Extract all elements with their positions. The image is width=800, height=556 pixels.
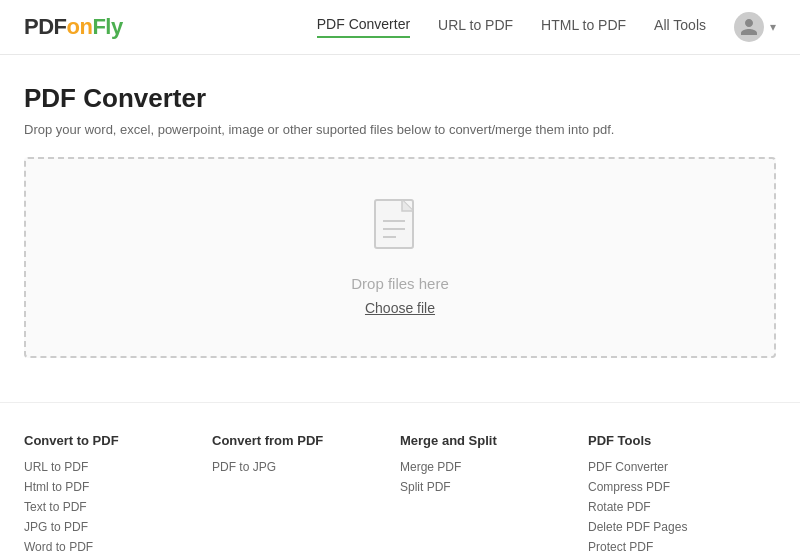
footer-link-2-0[interactable]: Merge PDF [400, 460, 568, 474]
nav-all-tools[interactable]: All Tools [654, 17, 706, 37]
user-icon [739, 17, 759, 37]
footer-link-0-1[interactable]: Html to PDF [24, 480, 192, 494]
page-subtitle: Drop your word, excel, powerpoint, image… [24, 122, 776, 137]
footer-link-3-3[interactable]: Delete PDF Pages [588, 520, 756, 534]
footer-link-3-2[interactable]: Rotate PDF [588, 500, 756, 514]
footer-col-3: PDF ToolsPDF ConverterCompress PDFRotate… [588, 433, 776, 556]
footer-link-0-2[interactable]: Text to PDF [24, 500, 192, 514]
footer-link-2-1[interactable]: Split PDF [400, 480, 568, 494]
chevron-down-icon: ▾ [770, 20, 776, 34]
footer-link-0-4[interactable]: Word to PDF [24, 540, 192, 554]
footer-link-3-1[interactable]: Compress PDF [588, 480, 756, 494]
logo-fly: Fly [92, 14, 122, 39]
file-icon [374, 199, 426, 261]
footer-col-title-3: PDF Tools [588, 433, 756, 448]
user-menu[interactable]: ▾ [734, 12, 776, 42]
footer-col-title-0: Convert to PDF [24, 433, 192, 448]
footer-col-0: Convert to PDFURL to PDFHtml to PDFText … [24, 433, 212, 556]
footer-link-0-0[interactable]: URL to PDF [24, 460, 192, 474]
nav-html-to-pdf[interactable]: HTML to PDF [541, 17, 626, 37]
header: PDFonFly PDF Converter URL to PDF HTML t… [0, 0, 800, 55]
footer-links: Convert to PDFURL to PDFHtml to PDFText … [0, 402, 800, 556]
page-title: PDF Converter [24, 83, 776, 114]
footer-link-0-3[interactable]: JPG to PDF [24, 520, 192, 534]
choose-file-button[interactable]: Choose file [365, 300, 435, 316]
logo[interactable]: PDFonFly [24, 14, 123, 40]
logo-on: on [67, 14, 93, 39]
footer-link-3-4[interactable]: Protect PDF [588, 540, 756, 554]
nav-url-to-pdf[interactable]: URL to PDF [438, 17, 513, 37]
logo-pdf: PDF [24, 14, 67, 39]
avatar [734, 12, 764, 42]
main-content: PDF Converter Drop your word, excel, pow… [0, 55, 800, 402]
footer-col-1: Convert from PDFPDF to JPG [212, 433, 400, 556]
nav-pdf-converter[interactable]: PDF Converter [317, 16, 410, 38]
drop-zone[interactable]: Drop files here Choose file [24, 157, 776, 358]
footer-link-1-0[interactable]: PDF to JPG [212, 460, 380, 474]
footer-link-3-0[interactable]: PDF Converter [588, 460, 756, 474]
footer-col-title-2: Merge and Split [400, 433, 568, 448]
footer-col-title-1: Convert from PDF [212, 433, 380, 448]
main-nav: PDF Converter URL to PDF HTML to PDF All… [317, 12, 776, 42]
drop-text: Drop files here [351, 275, 449, 292]
footer-col-2: Merge and SplitMerge PDFSplit PDF [400, 433, 588, 556]
